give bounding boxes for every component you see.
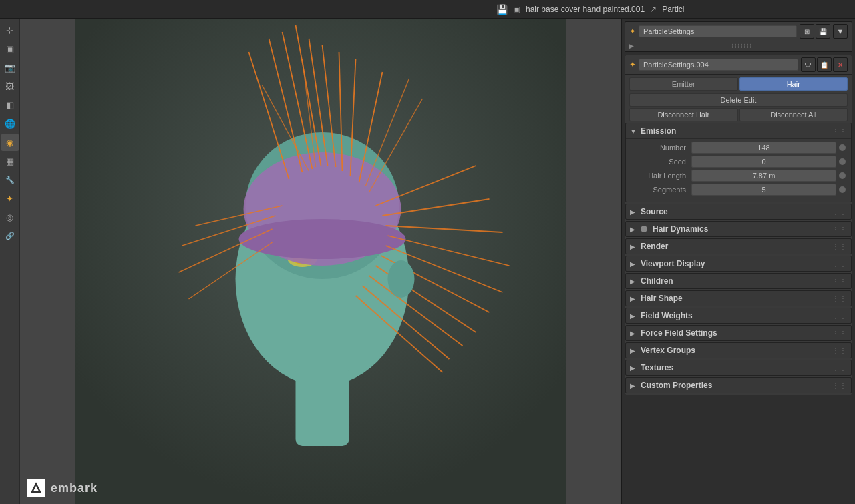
properties-content: ✦ ⊞ 💾 ▼ ▶ ⁞⁞⁞⁞⁞⁞⁞ ✦ — [622, 19, 855, 504]
field-number-input[interactable] — [691, 142, 836, 154]
viewport-display-dots: ⋮⋮ — [832, 260, 847, 268]
tab-row: Emitter Hair — [629, 77, 848, 91]
field-number: Number — [631, 142, 846, 154]
right-panel: ✦ ⊞ 💾 ▼ ▶ ⁞⁞⁞⁞⁞⁞⁞ ✦ — [621, 19, 855, 504]
section-hair-dynamics: ▶ Hair Dynamics ⋮⋮ — [625, 221, 852, 237]
hair-dynamics-dot-icon — [641, 226, 647, 232]
field-segments-dot — [839, 186, 846, 193]
expand-arrow[interactable]: ▶ — [629, 43, 634, 49]
tab-hair[interactable]: Hair — [739, 77, 848, 91]
header-link-icon: ↗ — [650, 5, 657, 14]
section-field-weights: ▶ Field Weights ⋮⋮ — [625, 308, 852, 324]
field-seed: Seed — [631, 156, 846, 168]
tool-modifier[interactable]: 🔧 — [1, 171, 19, 188]
section-textures-header[interactable]: ▶ Textures ⋮⋮ — [626, 360, 851, 375]
grip-dots: ⁞⁞⁞⁞⁞⁞⁞ — [637, 43, 848, 49]
embark-svg — [29, 481, 43, 495]
tool-viewlayer[interactable]: ◧ — [1, 96, 19, 113]
top-bar: 💾 ▣ hair base cover hand painted.001 ↗ P… — [0, 0, 855, 19]
section-render-header[interactable]: ▶ Render ⋮⋮ — [626, 239, 851, 254]
particle-settings-block: ✦ ⊞ 💾 ▼ ▶ ⁞⁞⁞⁞⁞⁞⁞ — [625, 21, 852, 52]
emission-body: Number Seed Hair Length — [626, 138, 851, 202]
textures-dots: ⋮⋮ — [832, 364, 847, 372]
section-hair-shape-header[interactable]: ▶ Hair Shape ⋮⋮ — [626, 291, 851, 306]
tool-scene[interactable]: 🌐 — [1, 115, 19, 132]
custom-properties-arrow-icon: ▶ — [630, 382, 638, 389]
close-btn[interactable]: ✕ — [833, 57, 848, 72]
collapse-btn[interactable]: ▼ — [833, 24, 848, 39]
section-custom-properties-header[interactable]: ▶ Custom Properties ⋮⋮ — [626, 378, 851, 393]
top-bar-right: 💾 ▣ hair base cover hand painted.001 ↗ P… — [491, 4, 855, 15]
shield-btn[interactable]: 🛡 — [801, 57, 816, 72]
field-number-label: Number — [631, 144, 691, 152]
source-title: Source — [641, 207, 830, 216]
viewport-display-title: Viewport Display — [641, 259, 830, 268]
hair-dynamics-arrow-icon: ▶ — [630, 226, 638, 233]
field-hair-length: Hair Length — [631, 170, 846, 182]
children-arrow-icon: ▶ — [630, 278, 638, 285]
svg-marker-36 — [32, 484, 40, 492]
render-title: Render — [641, 242, 830, 251]
section-vertex-groups-header[interactable]: ▶ Vertex Groups ⋮⋮ — [626, 343, 851, 358]
field-weights-arrow-icon: ▶ — [630, 312, 638, 320]
save-datablock-btn[interactable]: 💾 — [816, 24, 830, 39]
particle-settings-block2: ✦ 🛡 📋 ✕ Emitter Hair Delete Edit — [625, 55, 852, 395]
particle-label: Particl — [662, 5, 684, 14]
field-seed-input[interactable] — [691, 156, 836, 168]
section-force-field-settings-header[interactable]: ▶ Force Field Settings ⋮⋮ — [626, 326, 851, 340]
tool-constraints[interactable]: 🔗 — [1, 227, 19, 244]
copy-btn[interactable]: 📋 — [817, 57, 832, 72]
tool-object2[interactable]: ▦ — [1, 152, 19, 170]
browse-btn[interactable]: ⊞ — [800, 24, 814, 39]
tool-output[interactable]: 🖼 — [1, 77, 19, 95]
custom-properties-dots: ⋮⋮ — [832, 382, 847, 389]
section-textures: ▶ Textures ⋮⋮ — [625, 360, 852, 376]
field-segments-input[interactable] — [691, 184, 836, 196]
header-title: hair base cover hand painted.001 — [526, 5, 645, 14]
section-hair-shape: ▶ Hair Shape ⋮⋮ — [625, 290, 852, 306]
tool-world[interactable]: ◉ — [1, 134, 19, 151]
field-hair-length-input[interactable] — [691, 170, 836, 182]
disconnect-all-btn[interactable]: Disconnect All — [739, 108, 848, 121]
particle-block2-header: ✦ 🛡 📋 ✕ — [625, 55, 852, 75]
tool-render[interactable]: 📷 — [1, 59, 19, 76]
svg-point-35 — [388, 260, 415, 298]
delete-edit-btn[interactable]: Delete Edit — [629, 93, 848, 107]
tool-object[interactable]: ▣ — [1, 40, 19, 57]
particle-action-btns2: 🛡 📋 ✕ — [801, 57, 848, 72]
particle-icon2: ✦ — [629, 60, 636, 69]
textures-arrow-icon: ▶ — [630, 364, 638, 372]
children-title: Children — [641, 276, 830, 286]
source-dots: ⋮⋮ — [832, 208, 847, 216]
tool-move[interactable]: ⊹ — [1, 21, 19, 39]
tool-physics[interactable]: ◎ — [1, 208, 19, 226]
vertex-groups-arrow-icon: ▶ — [630, 347, 638, 354]
section-emission-header[interactable]: ▼ Emission ⋮⋮ — [626, 123, 851, 138]
section-field-weights-header[interactable]: ▶ Field Weights ⋮⋮ — [626, 308, 851, 323]
tab-emitter[interactable]: Emitter — [629, 77, 738, 91]
disconnect-hair-btn[interactable]: Disconnect Hair — [629, 108, 738, 121]
viewport-display-arrow-icon: ▶ — [630, 260, 638, 268]
viewport-scene — [20, 19, 621, 504]
field-seed-label: Seed — [631, 158, 691, 166]
section-render: ▶ Render ⋮⋮ — [625, 238, 852, 254]
particle-name2-input[interactable] — [639, 59, 798, 71]
force-field-settings-arrow-icon: ▶ — [630, 330, 638, 337]
field-number-dot — [839, 144, 846, 151]
render-dots: ⋮⋮ — [832, 243, 847, 250]
emission-dots: ⋮⋮ — [832, 128, 847, 135]
section-hair-dynamics-header[interactable]: ▶ Hair Dynamics ⋮⋮ — [626, 222, 851, 236]
field-hair-length-dot — [839, 172, 846, 179]
action-row-disconnect: Disconnect Hair Disconnect All — [629, 108, 848, 121]
save-icon[interactable]: 💾 — [496, 4, 508, 15]
hair-shape-arrow-icon: ▶ — [630, 295, 638, 302]
particle-name-input[interactable] — [639, 25, 797, 37]
action-row-delete: Delete Edit — [629, 93, 848, 107]
section-children-header[interactable]: ▶ Children ⋮⋮ — [626, 274, 851, 288]
vertex-groups-title: Vertex Groups — [641, 346, 830, 355]
tool-particles[interactable]: ✦ — [1, 190, 19, 207]
field-seed-dot — [839, 158, 846, 165]
section-source-header[interactable]: ▶ Source ⋮⋮ — [626, 204, 851, 219]
section-viewport-display-header[interactable]: ▶ Viewport Display ⋮⋮ — [626, 256, 851, 271]
hair-shape-dots: ⋮⋮ — [832, 295, 847, 302]
